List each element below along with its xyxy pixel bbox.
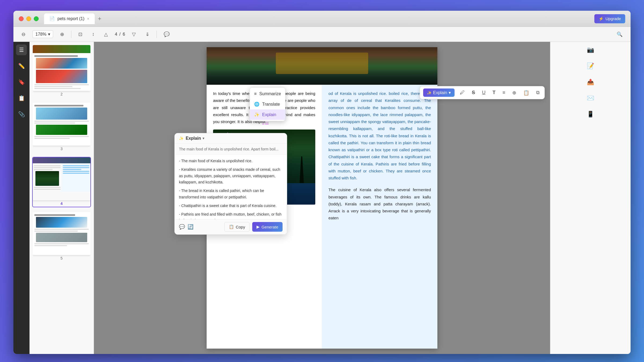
fit-page-icon: ⊡: [78, 31, 82, 37]
thumb-2-line1: [34, 84, 89, 85]
thumb-3-img2: [36, 125, 87, 135]
sidebar-item-pages[interactable]: ☰: [16, 45, 27, 55]
right-panel-edit-icon[interactable]: 📝: [585, 61, 596, 71]
comment-button[interactable]: 💬: [161, 30, 172, 39]
sidebar-item-annotate[interactable]: ✏️: [16, 61, 27, 71]
copy-icon: 📋: [229, 224, 234, 229]
copy-toolbar-button[interactable]: ⧉: [535, 89, 541, 97]
explain-menu-item[interactable]: ✨ Explain: [250, 109, 285, 120]
explain-menu-label: Explain: [262, 112, 276, 117]
pdf-right-normal-text: The cuisine of Kerala also offers severa…: [328, 186, 431, 221]
thumb-5-num: 5: [33, 255, 90, 261]
minimize-button[interactable]: [26, 16, 31, 21]
arrack-label: Arrack: [328, 209, 340, 213]
nav-down-button[interactable]: ▽: [129, 30, 138, 39]
sidebar-item-attachments[interactable]: 📎: [16, 109, 27, 120]
thumb-5-l1: [34, 229, 89, 230]
strikethrough-button[interactable]: S: [470, 89, 477, 97]
edit-icon: 📝: [587, 62, 594, 69]
explain-panel-sparkle-icon: ✨: [179, 136, 184, 141]
sidebar-item-clipboard[interactable]: 📋: [16, 93, 27, 104]
tab-close-button[interactable]: ×: [87, 17, 89, 21]
explain-result-1: - The main food of Kerala is unpolished …: [179, 158, 283, 164]
zoom-chevron-icon: ▾: [48, 32, 50, 37]
thumb-3-line2: [34, 123, 75, 124]
last-page-button[interactable]: ⇓: [143, 30, 152, 39]
zoom-out-button[interactable]: ⊖: [19, 30, 28, 39]
thumb-4-left: [33, 163, 62, 192]
copy-label: Copy: [236, 225, 245, 229]
mail-icon: ✉️: [587, 95, 594, 102]
nav-up-button[interactable]: △: [101, 30, 111, 39]
explain-footer-chat-icon[interactable]: 💬: [179, 224, 185, 230]
tab-title: pets report (1): [57, 16, 84, 21]
thumb-page-4-content: [33, 157, 90, 200]
attachments-icon: 📎: [18, 111, 25, 117]
underline-button[interactable]: U: [480, 89, 487, 97]
thumb-3-line4: [34, 138, 70, 139]
upgrade-button[interactable]: ⚡ Upgrade: [594, 14, 625, 23]
maximize-button[interactable]: [34, 16, 39, 21]
zoom-in-icon: ⊕: [60, 31, 64, 37]
right-panel-thumbnail-icon[interactable]: 📷: [585, 45, 596, 55]
new-tab-button[interactable]: +: [96, 15, 104, 22]
thumbnail-page-4[interactable]: 4: [32, 157, 91, 207]
text-button[interactable]: T: [491, 89, 497, 97]
thumb-page-2-content: [33, 45, 90, 91]
annotate-icon: ✏️: [18, 63, 25, 69]
thumb-2-title-line: [34, 55, 78, 57]
search-button[interactable]: 🔍: [614, 30, 625, 39]
bookmarks-icon: 🔖: [18, 79, 25, 85]
toolbar-separator-1: [71, 31, 71, 38]
thumbnail-icon: 📷: [587, 46, 594, 53]
explain-panel-title: Explain: [186, 136, 201, 141]
explain-panel-chevron: ▾: [203, 136, 204, 140]
thumb-4-l1: [34, 165, 61, 166]
thumb-4-l4: [34, 187, 61, 188]
thumb-3-title-line: [34, 105, 83, 106]
thumb-4-r2: [63, 167, 90, 168]
add-button[interactable]: ⊕: [511, 89, 518, 97]
thumb-2-line2: [34, 86, 72, 87]
zoom-display[interactable]: 178% ▾: [32, 30, 53, 38]
thumbnail-panel: 2 3: [30, 42, 94, 354]
pdf-area: In today's time when more and more peopl…: [94, 42, 550, 354]
thumbnail-page-5[interactable]: 5: [32, 212, 91, 262]
active-tab[interactable]: 📄 pets report (1) ×: [44, 13, 95, 24]
translate-label: Translate: [262, 102, 280, 107]
close-button[interactable]: [19, 16, 24, 21]
traffic-lights: [19, 16, 39, 21]
thumb-2-img2: [36, 70, 87, 83]
thumb-4-img: [35, 171, 59, 186]
fit-page-button[interactable]: ⊡: [76, 30, 85, 39]
explain-toolbar-label: Explain: [433, 90, 447, 95]
translate-icon: 🌐: [254, 102, 259, 107]
page-separator: /: [119, 32, 120, 37]
titlebar: 📄 pets report (1) × + ⚡ Upgrade: [13, 11, 631, 27]
zoom-in-button[interactable]: ⊕: [57, 30, 67, 39]
sidebar-item-bookmarks[interactable]: 🔖: [16, 77, 27, 87]
highlight-button[interactable]: 🖊: [458, 89, 466, 97]
thumb-page-3-content: [33, 103, 90, 146]
page-header-image: [207, 47, 437, 85]
explain-panel-select[interactable]: Explain ▾: [186, 136, 283, 141]
translate-menu-item[interactable]: 🌐 Translate: [250, 99, 285, 109]
right-panel-mail-icon[interactable]: ✉️: [585, 93, 596, 104]
list-button[interactable]: ≡: [501, 89, 507, 97]
stamp-button[interactable]: 📋: [522, 89, 531, 97]
summarize-menu-item[interactable]: ≡ Summarize: [250, 89, 285, 99]
thumbnail-page-3[interactable]: 3: [32, 102, 91, 153]
toolbar: ⊖ 178% ▾ ⊕ ⊡ ↕ △ 4 / 6 ▽ ⇓ �: [13, 27, 631, 42]
thumbnail-page-2[interactable]: 2: [32, 45, 91, 98]
copy-button[interactable]: 📋 Copy: [224, 222, 250, 232]
main-area: ☰ ✏️ 🔖 📋 📎: [13, 42, 631, 354]
explain-toolbar-button[interactable]: ✨ Explain ▾: [423, 88, 455, 97]
right-panel-mobile-icon[interactable]: 📱: [585, 109, 596, 120]
right-panel-share-icon[interactable]: 📤: [585, 77, 596, 87]
thumb-3-num: 3: [33, 146, 90, 152]
fit-width-button[interactable]: ↕: [89, 30, 97, 39]
thumb-5-l3: [34, 243, 89, 244]
explain-result-5: - Pathiris are fried and filled with mut…: [179, 211, 283, 219]
explain-footer-regenerate-icon[interactable]: 🔄: [188, 224, 193, 230]
generate-button[interactable]: ▶ Generate: [252, 222, 283, 232]
